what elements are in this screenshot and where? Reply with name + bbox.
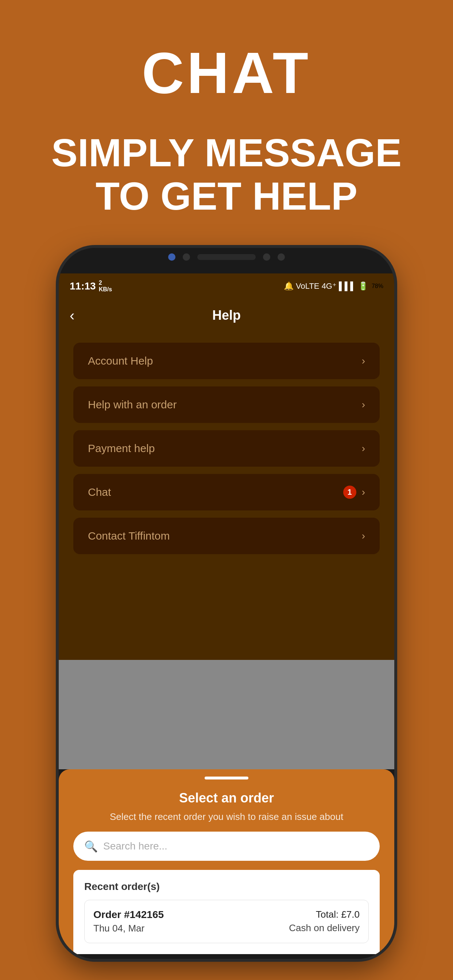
screen-content: Account Help › Help with an order › Paym… bbox=[59, 332, 394, 660]
nav-bar: ‹ Help bbox=[59, 299, 394, 332]
chevron-icon: › bbox=[362, 442, 365, 454]
chevron-icon: › bbox=[362, 530, 365, 542]
phone-bottom bbox=[59, 954, 394, 959]
page-title: CHAT bbox=[0, 44, 453, 102]
bottom-sheet: Select an order Select the recent order … bbox=[59, 769, 394, 954]
search-placeholder: Search here... bbox=[103, 840, 167, 852]
menu-item-account-help[interactable]: Account Help › bbox=[73, 343, 380, 379]
status-right-icons: 🔔 VoLTE 4G⁺ ▌▌▌ 🔋 78% bbox=[284, 282, 383, 291]
menu-item-payment-help[interactable]: Payment help › bbox=[73, 430, 380, 467]
status-bar: 11:13 2 KB/s 🔔 VoLTE 4G⁺ ▌▌▌ 🔋 78% bbox=[59, 274, 394, 299]
orders-section-title: Recent order(s) bbox=[84, 881, 369, 892]
order-payment: Cash on delivery bbox=[289, 923, 360, 934]
camera-dot bbox=[263, 253, 270, 261]
camera-area bbox=[168, 253, 285, 261]
phone-mockup: 11:13 2 KB/s 🔔 VoLTE 4G⁺ ▌▌▌ 🔋 78% ‹ Hel… bbox=[59, 248, 394, 959]
menu-item-chat[interactable]: Chat 1 › bbox=[73, 474, 380, 511]
sheet-handle bbox=[205, 776, 248, 780]
camera-dot bbox=[278, 253, 285, 261]
chevron-icon: › bbox=[362, 399, 365, 410]
camera-dot bbox=[168, 253, 175, 261]
chevron-icon: › bbox=[362, 355, 365, 367]
sheet-title: Select an order bbox=[73, 791, 380, 806]
camera-dot bbox=[183, 253, 190, 261]
order-card[interactable]: Order #142165 Thu 04, Mar Total: £7.0 Ca… bbox=[84, 900, 369, 943]
menu-label-payment-help: Payment help bbox=[88, 442, 155, 455]
search-bar[interactable]: 🔍 Search here... bbox=[73, 832, 380, 861]
menu-label-help-order: Help with an order bbox=[88, 398, 177, 411]
menu-label-contact: Contact Tiffintom bbox=[88, 530, 170, 542]
page-subtitle: SIMPLY MESSAGE TO GET HELP bbox=[0, 131, 453, 218]
battery-text: 78% bbox=[372, 283, 383, 290]
menu-label-account-help: Account Help bbox=[88, 355, 153, 367]
search-icon: 🔍 bbox=[84, 840, 98, 853]
chat-badge: 1 bbox=[343, 485, 356, 499]
status-time: 11:13 2 KB/s bbox=[70, 280, 112, 293]
back-button[interactable]: ‹ bbox=[70, 307, 74, 324]
chevron-icon: › bbox=[362, 486, 365, 498]
grey-area bbox=[59, 660, 394, 769]
speaker bbox=[197, 254, 256, 260]
order-date: Thu 04, Mar bbox=[93, 923, 164, 934]
phone-notch bbox=[59, 248, 394, 274]
menu-label-chat: Chat bbox=[88, 486, 111, 498]
sheet-subtitle: Select the recent order you wish to rais… bbox=[73, 811, 380, 822]
menu-item-help-order[interactable]: Help with an order › bbox=[73, 387, 380, 423]
orders-area: Recent order(s) Order #142165 Thu 04, Ma… bbox=[73, 870, 380, 954]
time-text: 11:13 bbox=[70, 280, 96, 292]
order-total: Total: £7.0 bbox=[289, 909, 360, 920]
menu-item-contact[interactable]: Contact Tiffintom › bbox=[73, 518, 380, 554]
status-icons: 🔔 VoLTE 4G⁺ ▌▌▌ 🔋 bbox=[284, 282, 368, 291]
nav-title: Help bbox=[212, 308, 241, 323]
order-number: Order #142165 bbox=[93, 909, 164, 921]
kb-indicator: 2 KB/s bbox=[99, 280, 112, 293]
